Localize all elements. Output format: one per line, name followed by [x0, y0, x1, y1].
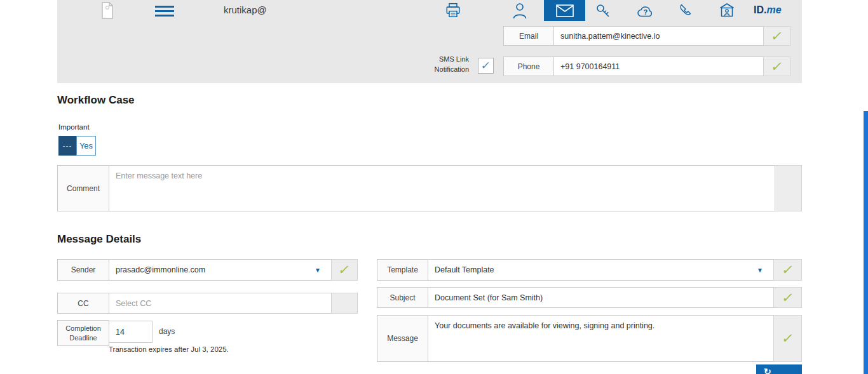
scrollbar-thumb[interactable]: [864, 111, 868, 374]
cloud-help-tab[interactable]: ?: [637, 4, 654, 18]
cloud-question-icon: ?: [637, 4, 654, 18]
idme-logo[interactable]: ID.me: [754, 4, 782, 16]
template-valid-cell: ✓: [773, 259, 802, 281]
phone-label: Phone: [503, 57, 554, 76]
cc-input[interactable]: [109, 293, 332, 314]
email-valid-cell: ✓: [763, 26, 790, 46]
document-icon[interactable]: [100, 2, 114, 22]
important-toggle[interactable]: --- Yes: [58, 136, 96, 156]
template-value: Default Template: [435, 265, 494, 274]
sms-link-label: SMS Link Notification: [410, 55, 469, 75]
print-icon[interactable]: [445, 2, 461, 21]
person-icon: [512, 2, 527, 20]
cc-label: CC: [57, 293, 109, 314]
check-icon: ✓: [780, 262, 795, 277]
email-label: Email: [503, 26, 554, 46]
checkbox-check-icon: ✓: [480, 59, 491, 72]
template-dropdown[interactable]: Default Template ▼: [428, 259, 774, 281]
phone-valid-cell: ✓: [763, 57, 790, 76]
check-icon: ✓: [780, 331, 795, 346]
dropdown-arrow-icon: ▼: [757, 267, 767, 274]
check-icon: ✓: [337, 262, 352, 277]
user-tab[interactable]: [512, 2, 527, 20]
email-input[interactable]: [553, 26, 764, 46]
subject-label: Subject: [377, 287, 428, 308]
expiry-note: Transaction expires after Jul 3, 2025.: [109, 345, 229, 353]
key-tab[interactable]: [595, 3, 611, 19]
sms-checkbox[interactable]: ✓: [478, 58, 494, 74]
sender-value: prasadc@immonline.com: [116, 265, 205, 274]
menu-bar: [155, 10, 174, 12]
refresh-icon: ↻: [764, 366, 771, 374]
email-tab-selected[interactable]: [544, 0, 585, 21]
message-details-title: Message Details: [57, 233, 141, 246]
template-label: Template: [377, 259, 428, 281]
phone-tab[interactable]: [677, 3, 693, 18]
toggle-off-segment[interactable]: ---: [58, 136, 76, 156]
comment-textarea[interactable]: [109, 165, 775, 211]
message-label: Message: [377, 315, 428, 362]
subject-valid-cell: ✓: [773, 287, 802, 308]
message-valid-cell: ✓: [773, 315, 802, 362]
check-icon: ✓: [770, 59, 784, 74]
check-icon: ✓: [780, 290, 795, 305]
message-textarea[interactable]: Your documents are available for viewing…: [428, 315, 774, 362]
comment-check-cell: [775, 165, 802, 211]
cc-check-cell: [331, 293, 358, 314]
sender-label: Sender: [57, 259, 109, 281]
page: krutikap@ ?: [0, 0, 868, 374]
envelope-icon: [556, 4, 574, 17]
bank-tab[interactable]: [719, 2, 735, 18]
phone-icon: [677, 3, 693, 18]
sender-valid-cell: ✓: [331, 259, 358, 281]
important-label: Important: [58, 123, 90, 131]
workflow-case-title: Workflow Case: [57, 94, 135, 107]
menu-bar: [155, 6, 174, 8]
dropdown-arrow-icon: ▼: [315, 267, 325, 274]
menu-icon[interactable]: [155, 6, 174, 17]
refresh-button[interactable]: ↻: [756, 364, 802, 374]
toggle-yes-segment[interactable]: Yes: [76, 136, 96, 156]
completion-deadline-input[interactable]: [109, 321, 153, 343]
username: krutikap@: [224, 4, 267, 15]
comment-label: Comment: [57, 165, 109, 211]
sender-dropdown[interactable]: prasadc@immonline.com ▼: [109, 259, 332, 281]
bank-icon: [719, 2, 735, 18]
phone-input[interactable]: [553, 57, 764, 76]
deadline-unit-label: days: [159, 327, 175, 336]
svg-text:?: ?: [644, 8, 648, 16]
completion-deadline-label: Completion Deadline: [57, 320, 109, 346]
idme-logo-me: me: [766, 4, 781, 15]
idme-logo-id: ID.: [754, 4, 766, 15]
check-icon: ✓: [770, 29, 784, 44]
menu-bar: [155, 15, 174, 17]
subject-input[interactable]: [428, 287, 774, 308]
key-icon: [595, 3, 611, 19]
